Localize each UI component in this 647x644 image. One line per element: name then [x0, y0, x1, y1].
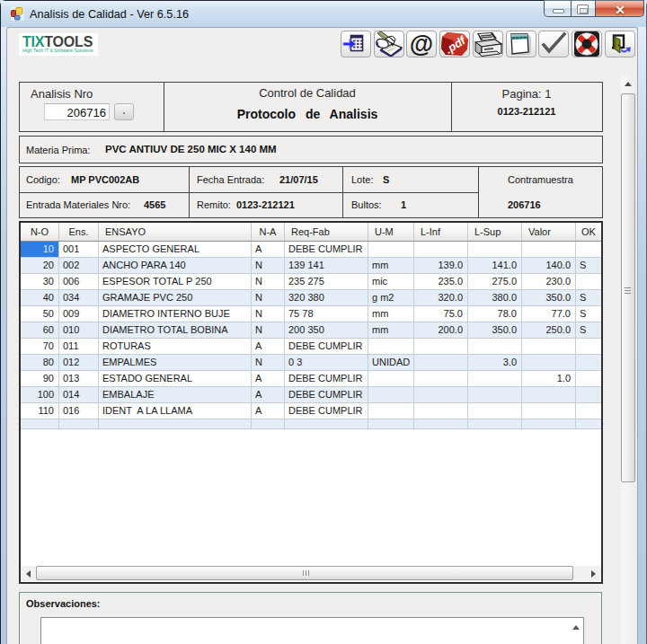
- svg-text:@: @: [410, 31, 433, 57]
